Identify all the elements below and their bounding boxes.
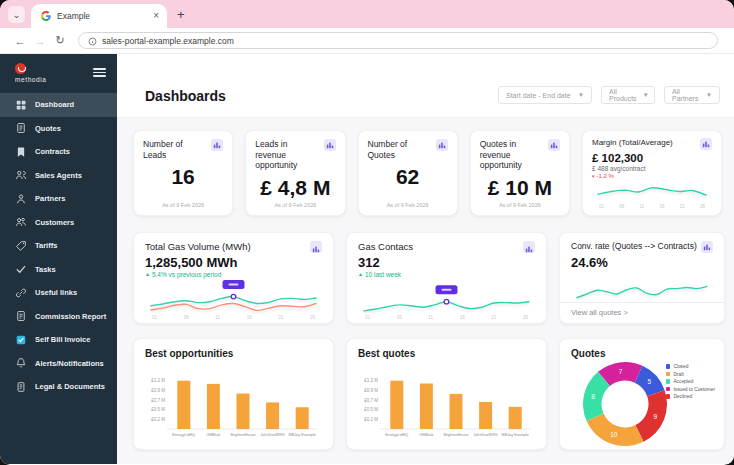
kpi-value: £ 4,8 M	[255, 176, 335, 200]
sidebar-item-useful-links[interactable]: Useful links	[0, 281, 117, 305]
date-range-filter[interactable]: Start date - End date▼	[498, 86, 592, 104]
hamburger-menu-icon[interactable]	[93, 66, 106, 79]
svg-text:BrightonHouse: BrightonHouse	[230, 433, 255, 437]
kpi-footnote: As of 9 Feb 2026	[368, 202, 448, 210]
partners-filter[interactable]: All Partners▼	[664, 86, 720, 104]
margin-value: £ 102,300	[592, 152, 712, 164]
tab-search-button[interactable]: ⌄	[8, 6, 25, 23]
gas-volume-title: Total Gas Volume (MWh)	[145, 241, 306, 253]
sidebar-item-contracts[interactable]: Contracts	[0, 140, 117, 164]
gas-contacts-card: Gas Contacs 312 ▲10 last week 0106111621…	[346, 232, 547, 324]
svg-text:£0.2 M: £0.2 M	[151, 417, 165, 422]
sidebar-item-self-bill-invoice[interactable]: Self Bill Invoice	[0, 328, 117, 352]
sidebar-item-label: Partners	[35, 194, 65, 203]
browser-tab[interactable]: Example ×	[31, 4, 167, 28]
new-tab-button[interactable]: +	[177, 8, 185, 21]
x-axis-ticks: 010611162126	[592, 204, 712, 209]
chevron-down-icon: ⌄	[13, 10, 21, 20]
svg-text:£0.7 M: £0.7 M	[364, 398, 378, 403]
metrics-row: Total Gas Volume (MWh) 1,285,500 MWh ▲5.…	[133, 232, 722, 324]
tick-label: 01	[365, 315, 370, 320]
tick-label: 06	[184, 315, 189, 320]
gas-contacts-title: Gas Contacs	[358, 241, 519, 253]
legend-label: Issued to Customer	[673, 387, 715, 392]
best-quotes-chart: £1.2 M£0.9 M£0.7 M£0.5 M£0.2 MEnergyLtdH…	[358, 359, 535, 445]
kpi-title: Leads in revenue opportunity	[255, 139, 319, 171]
tick-label: 26	[523, 315, 528, 320]
address-bar[interactable]: sales-portal-example.example.com	[78, 32, 718, 49]
mini-chart-icon	[548, 139, 560, 151]
sidebar-item-customers[interactable]: Customers	[0, 211, 117, 235]
best-opportunities-chart: £1.2 M£0.9 M£0.7 M£0.5 M£0.2 MEnergyLtdH…	[145, 359, 322, 445]
back-button[interactable]: ←	[10, 35, 30, 47]
tab-strip: ⌄ Example × +	[0, 0, 734, 28]
mini-chart-icon	[436, 139, 448, 151]
tick-label: 01	[152, 315, 157, 320]
sidebar-item-label: Tariffs	[35, 241, 57, 250]
legend-item: Declined	[666, 394, 715, 399]
conversion-rate-value: 24.6%	[571, 255, 713, 270]
quotes-donut-card: Quotes 759108 ClosedDraftAcceptedIssued …	[559, 338, 725, 450]
gas-volume-chart	[145, 278, 322, 314]
kpi-card-0: Number of Leads16As of 9 Feb 2026	[133, 130, 233, 216]
svg-text:9: 9	[653, 413, 657, 420]
legend-swatch-icon	[666, 364, 671, 369]
kpi-value: 62	[368, 165, 448, 189]
gas-volume-value: 1,285,500 MWh	[145, 255, 322, 270]
kpi-cards: Number of Leads16As of 9 Feb 2026Leads i…	[133, 130, 570, 216]
svg-text:EnergyLtdHQ: EnergyLtdHQ	[385, 433, 408, 437]
svg-text:£0.9 M: £0.9 M	[364, 388, 378, 393]
forward-button[interactable]: →	[30, 35, 50, 47]
sidebar-item-label: Commission Report	[35, 312, 106, 321]
svg-text:JohnDoeWRG: JohnDoeWRG	[260, 433, 285, 437]
sidebar-item-dashboard[interactable]: Dashboard	[0, 93, 117, 117]
legend-label: Accepted	[673, 379, 693, 384]
tab-close-icon[interactable]: ×	[153, 11, 159, 21]
best-opportunities-title: Best opportunities	[145, 348, 322, 359]
contracts-icon	[15, 146, 27, 158]
reload-button[interactable]: ↻	[50, 34, 70, 47]
products-filter[interactable]: All Products▼	[601, 86, 655, 104]
gas-contacts-delta: ▲10 last week	[358, 271, 535, 278]
app-body: methodia DashboardQuotesContractsSales A…	[0, 54, 734, 464]
sidebar-item-tariffs[interactable]: Tariffs	[0, 234, 117, 258]
legend-swatch-icon	[666, 379, 671, 384]
svg-text:8: 8	[591, 393, 595, 400]
view-all-quotes-link[interactable]: View all quotes >	[560, 302, 724, 323]
kpi-footnote: As of 9 Feb 2026	[480, 202, 560, 210]
tick-label: 16	[460, 315, 465, 320]
sidebar-item-quotes[interactable]: Quotes	[0, 117, 117, 141]
quotes-donut-title: Quotes	[571, 348, 713, 359]
mini-chart-icon	[310, 241, 322, 253]
up-arrow-icon: ▲	[358, 272, 363, 277]
tick-label: 16	[659, 204, 664, 209]
svg-text:GMBrok: GMBrok	[419, 433, 433, 437]
conversion-rate-card: Conv. rate (Quotes --> Contracts) 24.6% …	[559, 232, 725, 324]
methodia-logo: methodia	[15, 63, 47, 83]
sidebar-item-partners[interactable]: Partners	[0, 187, 117, 211]
tick-label: 21	[680, 204, 685, 209]
sidebar-item-legal-documents[interactable]: Legal & Documents	[0, 375, 117, 399]
legend-label: Declined	[673, 394, 692, 399]
sidebar-item-alerts-notifications[interactable]: Alerts/Notifications	[0, 352, 117, 376]
x-axis-ticks: 010611162126	[358, 315, 535, 320]
tick-label: 06	[619, 204, 624, 209]
sidebar-nav: DashboardQuotesContractsSales AgentsPart…	[0, 93, 117, 399]
svg-text:EnergyLtdHQ: EnergyLtdHQ	[172, 433, 195, 437]
svg-text:MBJay Example: MBJay Example	[288, 433, 315, 437]
best-opportunities-card: Best opportunities £1.2 M£0.9 M£0.7 M£0.…	[133, 338, 334, 450]
down-arrow-icon: ▾	[592, 174, 595, 179]
kpi-value: £ 10 M	[480, 176, 560, 200]
tick-label: 21	[278, 315, 283, 320]
sidebar-item-tasks[interactable]: Tasks	[0, 258, 117, 282]
google-favicon	[41, 7, 51, 25]
self-bill-invoice-icon	[15, 334, 27, 346]
sidebar-item-label: Useful links	[35, 288, 77, 297]
legend-item: Accepted	[666, 379, 715, 384]
sidebar: methodia DashboardQuotesContractsSales A…	[0, 54, 117, 464]
sidebar-item-sales-agents[interactable]: Sales Agents	[0, 164, 117, 188]
page-title: Dashboards	[145, 88, 226, 104]
partners-icon	[15, 193, 27, 205]
sidebar-item-commission-report[interactable]: Commission Report	[0, 305, 117, 329]
svg-text:MBJay Example: MBJay Example	[501, 433, 528, 437]
